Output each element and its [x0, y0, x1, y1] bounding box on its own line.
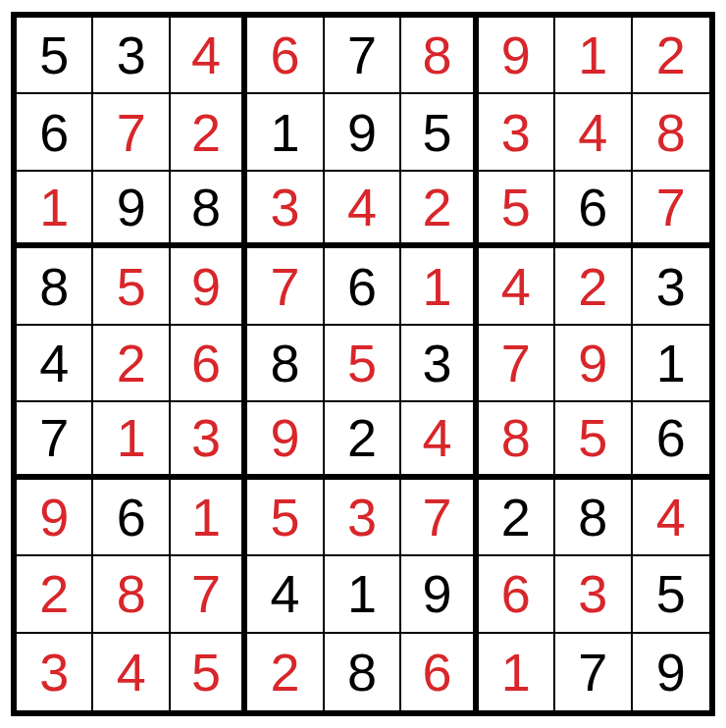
sudoku-cell[interactable]: 2 — [479, 480, 555, 556]
sudoku-cell[interactable]: 4 — [171, 18, 247, 94]
sudoku-cell[interactable]: 8 — [171, 172, 247, 248]
sudoku-cell[interactable]: 5 — [555, 402, 632, 479]
sudoku-cell[interactable]: 7 — [401, 480, 478, 556]
sudoku-cell[interactable]: 2 — [401, 172, 478, 248]
sudoku-cell[interactable]: 6 — [93, 480, 170, 556]
sudoku-cell[interactable]: 1 — [93, 402, 170, 479]
sudoku-cell[interactable]: 7 — [633, 172, 709, 248]
sudoku-cell[interactable]: 5 — [17, 18, 93, 94]
sudoku-cell[interactable]: 4 — [555, 94, 632, 171]
sudoku-cell[interactable]: 2 — [633, 18, 709, 94]
sudoku-cell[interactable]: 5 — [325, 326, 401, 402]
sudoku-cell[interactable]: 3 — [17, 634, 93, 710]
sudoku-cell[interactable]: 7 — [325, 18, 401, 94]
sudoku-cell[interactable]: 3 — [247, 172, 324, 248]
sudoku-cell[interactable]: 8 — [633, 94, 709, 171]
sudoku-cell[interactable]: 3 — [633, 248, 709, 325]
sudoku-cell[interactable]: 5 — [93, 248, 170, 325]
sudoku-cell[interactable]: 9 — [171, 248, 247, 325]
sudoku-cell[interactable]: 4 — [633, 480, 709, 556]
sudoku-cell[interactable]: 5 — [633, 556, 709, 633]
sudoku-cell[interactable]: 3 — [401, 326, 478, 402]
sudoku-cell[interactable]: 9 — [633, 634, 709, 710]
sudoku-cell[interactable]: 9 — [555, 326, 632, 402]
sudoku-cell[interactable]: 7 — [479, 326, 555, 402]
sudoku-cell[interactable]: 8 — [247, 326, 324, 402]
sudoku-cell[interactable]: 3 — [325, 480, 401, 556]
sudoku-cell[interactable]: 1 — [401, 248, 478, 325]
sudoku-cell[interactable]: 4 — [325, 172, 401, 248]
sudoku-cell[interactable]: 9 — [17, 480, 93, 556]
sudoku-cell[interactable]: 1 — [479, 634, 555, 710]
sudoku-cell[interactable]: 9 — [401, 556, 478, 633]
sudoku-cell[interactable]: 6 — [171, 326, 247, 402]
sudoku-cell[interactable]: 6 — [17, 94, 93, 171]
sudoku-cell[interactable]: 7 — [93, 94, 170, 171]
sudoku-cell[interactable]: 1 — [17, 172, 93, 248]
sudoku-cell[interactable]: 5 — [171, 634, 247, 710]
sudoku-cell[interactable]: 1 — [171, 480, 247, 556]
sudoku-cell[interactable]: 4 — [247, 556, 324, 633]
sudoku-cell[interactable]: 7 — [171, 556, 247, 633]
sudoku-cell[interactable]: 2 — [325, 402, 401, 479]
sudoku-cell[interactable]: 8 — [17, 248, 93, 325]
sudoku-cell[interactable]: 6 — [401, 634, 478, 710]
sudoku-cell[interactable]: 5 — [401, 94, 478, 171]
sudoku-cell[interactable]: 6 — [633, 402, 709, 479]
sudoku-cell[interactable]: 9 — [247, 402, 324, 479]
sudoku-cell[interactable]: 3 — [555, 556, 632, 633]
sudoku-cell[interactable]: 7 — [17, 402, 93, 479]
sudoku-cell[interactable]: 6 — [555, 172, 632, 248]
sudoku-cell[interactable]: 5 — [247, 480, 324, 556]
sudoku-cell[interactable]: 2 — [171, 94, 247, 171]
sudoku-cell[interactable]: 8 — [479, 402, 555, 479]
sudoku-cell[interactable]: 3 — [171, 402, 247, 479]
sudoku-cell[interactable]: 5 — [479, 172, 555, 248]
sudoku-cell[interactable]: 1 — [325, 556, 401, 633]
sudoku-cell[interactable]: 6 — [479, 556, 555, 633]
sudoku-cell[interactable]: 8 — [555, 480, 632, 556]
sudoku-cell[interactable]: 2 — [247, 634, 324, 710]
sudoku-cell[interactable]: 7 — [555, 634, 632, 710]
sudoku-cell[interactable]: 8 — [325, 634, 401, 710]
sudoku-cell[interactable]: 2 — [17, 556, 93, 633]
sudoku-cell[interactable]: 2 — [93, 326, 170, 402]
sudoku-cell[interactable]: 3 — [93, 18, 170, 94]
sudoku-cell[interactable]: 6 — [325, 248, 401, 325]
sudoku-cell[interactable]: 6 — [247, 18, 324, 94]
sudoku-cell[interactable]: 1 — [247, 94, 324, 171]
sudoku-cell[interactable]: 9 — [325, 94, 401, 171]
sudoku-cell[interactable]: 8 — [401, 18, 478, 94]
sudoku-cell[interactable]: 3 — [479, 94, 555, 171]
sudoku-cell[interactable]: 4 — [17, 326, 93, 402]
sudoku-cell[interactable]: 9 — [93, 172, 170, 248]
sudoku-cell[interactable]: 4 — [479, 248, 555, 325]
sudoku-cell[interactable]: 1 — [555, 18, 632, 94]
sudoku-cell[interactable]: 9 — [479, 18, 555, 94]
sudoku-cell[interactable]: 7 — [247, 248, 324, 325]
sudoku-cell[interactable]: 4 — [401, 402, 478, 479]
sudoku-cell[interactable]: 1 — [633, 326, 709, 402]
sudoku-cell[interactable]: 4 — [93, 634, 170, 710]
sudoku-cell[interactable]: 2 — [555, 248, 632, 325]
sudoku-cell[interactable]: 8 — [93, 556, 170, 633]
sudoku-grid: 5346789126721953481983425678597614234268… — [11, 12, 715, 716]
